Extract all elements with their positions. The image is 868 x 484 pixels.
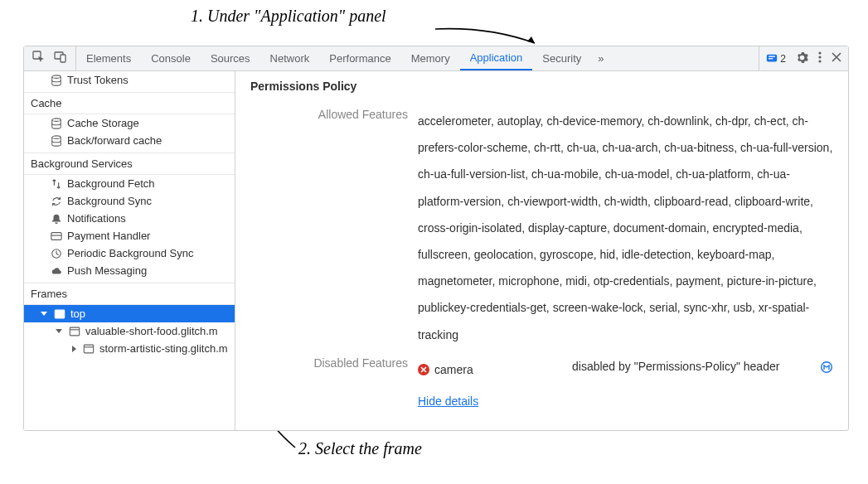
sidebar-item-label: Push Messaging — [67, 264, 147, 277]
annotation-note-1: 1. Under "Application" panel — [191, 7, 386, 26]
tab-overflow[interactable]: » — [591, 46, 610, 70]
annotation-note-2: 2. Select the frame — [298, 439, 422, 458]
svg-point-8 — [818, 60, 821, 62]
sidebar-group-frames[interactable]: Frames — [24, 283, 235, 305]
tab-application[interactable]: Application — [460, 46, 533, 70]
sidebar-item-cache-storage[interactable]: Cache Storage — [24, 114, 235, 132]
close-icon[interactable] — [832, 52, 841, 65]
sidebar-item-label: Background Fetch — [67, 177, 155, 190]
svg-rect-19 — [84, 345, 93, 353]
allowed-features-label: Allowed Features — [250, 108, 408, 121]
tab-elements[interactable]: Elements — [76, 46, 141, 70]
issues-button[interactable]: 2 — [766, 53, 786, 65]
credit-card-icon — [51, 230, 62, 242]
svg-rect-17 — [70, 327, 79, 336]
sidebar-item-label: Payment Handler — [67, 230, 150, 242]
sidebar-item-notifications[interactable]: Notifications — [24, 210, 235, 227]
sidebar-item-label: valuable-short-food.glitch.m — [85, 325, 218, 337]
sidebar-group-background-services[interactable]: Background Services — [24, 152, 235, 175]
gear-icon[interactable] — [796, 51, 808, 66]
fetch-icon — [51, 178, 62, 190]
sidebar-item-label: Cache Storage — [67, 117, 139, 129]
issues-count: 2 — [780, 53, 786, 65]
sidebar-item-periodic-background-sync[interactable]: Periodic Background Sync — [24, 244, 235, 262]
tab-network[interactable]: Network — [260, 46, 320, 70]
database-icon — [51, 118, 62, 129]
sidebar-item-label: storm-artistic-sting.glitch.m — [99, 342, 228, 355]
sidebar-item-trust-tokens[interactable]: Trust Tokens — [24, 71, 235, 89]
clock-icon — [51, 248, 62, 259]
permissions-policy-panel: Permissions Policy Allowed Features acce… — [235, 71, 848, 430]
sidebar-item-back-forward-cache[interactable]: Back/forward cache — [24, 132, 235, 149]
svg-rect-2 — [61, 55, 65, 62]
svg-point-10 — [52, 118, 61, 121]
sidebar-item-label: Background Sync — [67, 195, 152, 207]
sidebar-item-payment-handler[interactable]: Payment Handler — [24, 227, 235, 244]
sidebar-item-label: Back/forward cache — [67, 134, 162, 147]
devtools-tabbar: Elements Console Sources Network Perform… — [24, 46, 848, 71]
sidebar-item-background-sync[interactable]: Background Sync — [24, 192, 235, 210]
sidebar-item-push-messaging[interactable]: Push Messaging — [24, 262, 235, 279]
tree-expand-icon[interactable] — [41, 312, 47, 316]
feature-name: camera — [434, 356, 473, 383]
database-icon — [51, 135, 62, 147]
error-icon — [418, 364, 429, 375]
disabled-reason: disabled by "Permissions-Policy" header — [572, 356, 813, 377]
sync-icon — [51, 196, 62, 207]
tab-console[interactable]: Console — [141, 46, 201, 70]
device-toggle-icon[interactable] — [54, 51, 67, 66]
bell-icon — [51, 213, 62, 225]
sidebar-item-label: Trust Tokens — [67, 74, 129, 86]
svg-rect-12 — [51, 232, 61, 240]
sidebar-item-label: Notifications — [67, 212, 126, 225]
svg-point-6 — [818, 51, 821, 54]
frame-icon — [69, 326, 80, 337]
tab-sources[interactable]: Sources — [201, 46, 260, 70]
sidebar-item-label: Periodic Background Sync — [67, 247, 193, 259]
tab-security[interactable]: Security — [532, 46, 591, 70]
kebab-menu-icon[interactable] — [818, 51, 822, 65]
disabled-features-label: Disabled Features — [250, 356, 408, 370]
panel-title: Permissions Policy — [250, 80, 833, 93]
window-icon — [54, 308, 65, 320]
application-sidebar: Trust Tokens Cache Cache Storage Back/fo… — [24, 71, 235, 430]
reveal-request-icon[interactable] — [820, 356, 833, 383]
sidebar-item-frame-top[interactable]: top — [24, 305, 235, 322]
database-icon — [51, 75, 62, 86]
tree-collapse-icon[interactable] — [72, 346, 76, 352]
frame-icon — [83, 343, 95, 355]
sidebar-group-cache[interactable]: Cache — [24, 92, 235, 114]
svg-rect-4 — [769, 56, 775, 56]
tab-performance[interactable]: Performance — [319, 46, 400, 70]
svg-point-7 — [818, 56, 821, 58]
svg-rect-15 — [55, 310, 64, 318]
sidebar-item-frame-child-2[interactable]: storm-artistic-sting.glitch.m — [24, 340, 235, 357]
svg-point-9 — [52, 75, 61, 78]
svg-rect-5 — [769, 58, 773, 59]
hide-details-link[interactable]: Hide details — [418, 388, 478, 414]
sidebar-item-background-fetch[interactable]: Background Fetch — [24, 175, 235, 192]
inspect-icon[interactable] — [32, 51, 46, 66]
svg-point-11 — [52, 135, 61, 138]
tab-memory[interactable]: Memory — [401, 46, 460, 70]
cloud-icon — [51, 265, 62, 277]
allowed-features-value: accelerometer, autoplay, ch-device-memor… — [418, 108, 833, 348]
tree-expand-icon[interactable] — [56, 329, 62, 333]
disabled-feature-row: camera disabled by "Permissions-Policy" … — [418, 356, 833, 383]
sidebar-item-frame-child-1[interactable]: valuable-short-food.glitch.m — [24, 322, 235, 340]
devtools-panel: Elements Console Sources Network Perform… — [23, 46, 849, 431]
sidebar-item-label: top — [70, 307, 85, 320]
